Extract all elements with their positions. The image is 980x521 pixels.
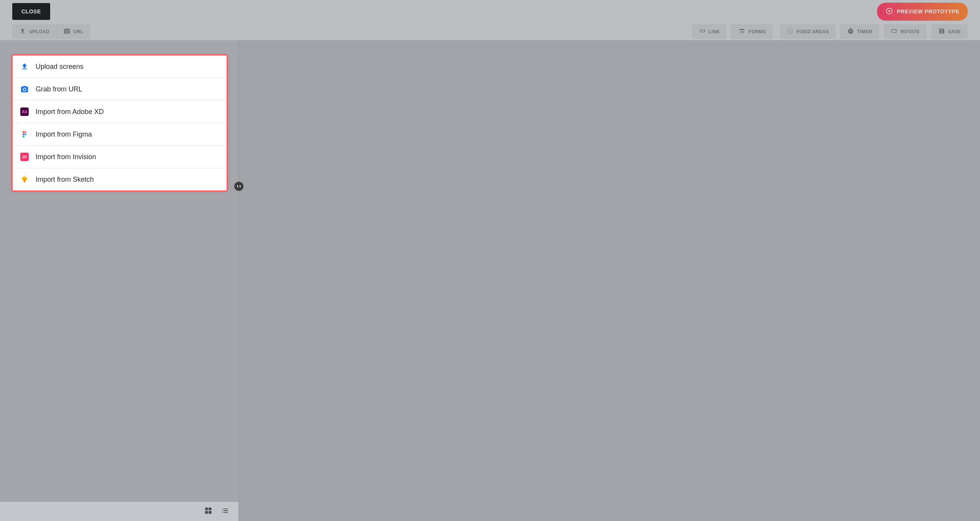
camera-icon xyxy=(20,85,29,93)
left-pane-footer xyxy=(0,502,238,521)
sketch-icon xyxy=(20,175,29,184)
svg-point-3 xyxy=(792,29,792,29)
close-button[interactable]: CLOSE xyxy=(12,3,50,20)
url-button[interactable]: URL xyxy=(56,24,90,39)
import-item-label: Upload screens xyxy=(36,63,83,71)
svg-point-5 xyxy=(790,31,791,31)
import-item-sketch[interactable]: Import from Sketch xyxy=(13,168,227,190)
svg-point-1 xyxy=(787,29,788,29)
toolbar-right-group: LINK FORMS FIXED AREAS TIMER ROTATE xyxy=(692,24,968,39)
import-item-adobe-xd[interactable]: Xd Import from Adobe XD xyxy=(13,101,227,123)
grid-view-icon[interactable] xyxy=(204,506,212,516)
rotate-label: ROTATE xyxy=(901,29,920,34)
import-item-label: Import from Sketch xyxy=(36,176,94,184)
toolbar: UPLOAD URL LINK FORMS FIXED AREAS xyxy=(0,23,980,40)
rotate-button[interactable]: ROTATE xyxy=(884,24,927,39)
rotate-icon xyxy=(891,28,898,36)
preview-prototype-button[interactable]: PREVIEW PROTOTYPE xyxy=(877,3,968,21)
import-item-upload-screens[interactable]: Upload screens xyxy=(13,55,227,78)
forms-label: FORMS xyxy=(748,29,766,34)
save-button[interactable]: SAVE xyxy=(931,24,968,39)
import-item-label: Import from Invision xyxy=(36,153,96,161)
import-menu: Upload screens Grab from URL Xd Import f… xyxy=(11,54,228,192)
import-item-grab-url[interactable]: Grab from URL xyxy=(13,78,227,101)
timer-label: TIMER xyxy=(857,29,872,34)
fixed-areas-label: FIXED AREAS xyxy=(797,29,829,34)
link-icon xyxy=(699,28,706,36)
svg-point-9 xyxy=(792,33,792,33)
invision-icon: in xyxy=(20,153,29,161)
main-area: Upload screens Grab from URL Xd Import f… xyxy=(0,40,980,521)
forms-icon xyxy=(738,28,745,36)
upload-label: UPLOAD xyxy=(29,29,49,34)
list-view-icon[interactable] xyxy=(221,506,229,516)
upload-icon xyxy=(20,62,29,71)
link-tool-button[interactable]: LINK xyxy=(692,24,727,39)
url-label: URL xyxy=(74,29,83,34)
fixed-areas-button[interactable]: FIXED AREAS xyxy=(780,24,836,39)
svg-point-7 xyxy=(787,33,788,33)
upload-icon xyxy=(19,28,26,36)
adobe-xd-icon: Xd xyxy=(20,107,29,116)
figma-icon xyxy=(20,130,29,138)
preview-label: PREVIEW PROTOTYPE xyxy=(897,8,959,15)
svg-point-4 xyxy=(787,31,788,31)
svg-point-10 xyxy=(23,131,24,133)
grid-dots-icon xyxy=(787,28,794,36)
svg-point-13 xyxy=(24,134,26,135)
import-item-invision[interactable]: in Import from Invision xyxy=(13,146,227,168)
svg-point-12 xyxy=(23,134,24,135)
toolbar-left-group: UPLOAD URL xyxy=(12,24,90,39)
save-label: SAVE xyxy=(948,29,961,34)
import-item-label: Import from Figma xyxy=(36,130,92,138)
pane-divider-handle[interactable] xyxy=(234,182,243,191)
import-item-label: Grab from URL xyxy=(36,85,82,93)
left-pane: Upload screens Grab from URL Xd Import f… xyxy=(0,40,238,521)
camera-icon xyxy=(64,28,70,36)
svg-point-11 xyxy=(24,131,26,133)
save-icon xyxy=(938,28,945,36)
right-pane xyxy=(238,40,980,521)
topbar: CLOSE PREVIEW PROTOTYPE xyxy=(0,0,980,23)
timer-icon xyxy=(847,28,854,36)
import-item-label: Import from Adobe XD xyxy=(36,108,104,116)
svg-point-6 xyxy=(792,31,792,31)
link-label: LINK xyxy=(709,29,720,34)
svg-point-8 xyxy=(790,33,791,33)
forms-tool-button[interactable]: FORMS xyxy=(731,24,773,39)
play-circle-icon xyxy=(885,7,893,16)
svg-point-2 xyxy=(790,29,791,29)
import-item-figma[interactable]: Import from Figma xyxy=(13,123,227,146)
upload-button[interactable]: UPLOAD xyxy=(12,24,56,39)
svg-point-14 xyxy=(23,135,24,137)
timer-button[interactable]: TIMER xyxy=(840,24,879,39)
